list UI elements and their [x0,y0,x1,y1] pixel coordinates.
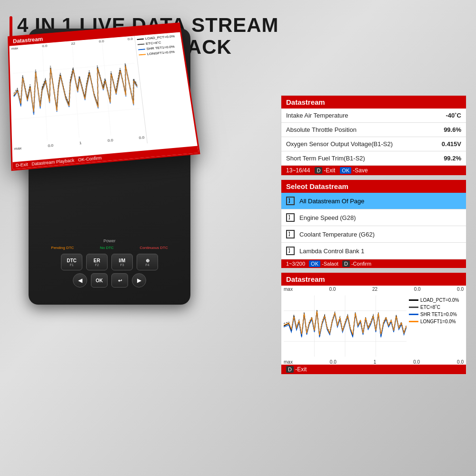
graph-exit-btn[interactable]: D -Exit [281,365,466,374]
row2-label: Absolute Throttle Position [281,123,429,137]
f4-label: ⊕ [146,258,149,263]
legend-label-etc: ETC=8˚C [420,305,440,310]
legend-color-load [409,299,418,301]
im-sub: F3 [120,263,124,267]
datastream-footer: 13~16/44 D -Exit OK -Save [281,166,466,175]
select-item-label: Engine Speed (G28) [299,214,356,221]
dtc-button[interactable]: DTC F1 [61,254,82,270]
exit-key-graph: D [286,366,294,373]
left-button[interactable]: ◀ [73,273,87,288]
save-btn[interactable]: OK -Save [340,167,367,174]
svg-line-9 [42,49,47,141]
checkbox-all[interactable]: 】 [286,197,295,205]
graph-top-labels: max 0.0 22 0.0 0.0 [281,286,466,293]
btn-row-2: ◀ OK ↩ ▶ [38,273,181,288]
tilted-card: Datastream max0.0220.00.0 max0.010.00.0 [8,22,200,171]
legend-color-shr [409,314,418,315]
legend-item-etc: ETC=8˚C [409,305,461,310]
back-button[interactable]: ↩ [111,273,128,288]
select-item-lambda[interactable]: 】 Lambda Control Bank 1 [281,243,466,259]
select-panel-header: Seleot Datastream [281,180,466,193]
right-panels: Datastream Intake Air Temperature -40˚C … [281,95,466,375]
datastream-panel-header: Datastream [281,96,466,109]
checkbox-engine[interactable]: 】 [286,213,295,222]
row1-value: -40˚C [429,109,466,123]
checkbox-lambda[interactable]: 】 [286,247,295,255]
row3-label: Oxygen Sensor Output Voltage(B1-S2) [281,137,429,151]
tilted-svg [10,41,146,144]
legend-item-longft: LONGFT1=0.0% [409,319,461,324]
row3-value: 0.415V [429,137,466,151]
continuous-dtc-label: Continuous DTC [140,246,168,250]
f4-sub: F4 [145,263,149,267]
legend-color-etc [409,307,418,308]
graph-legend: LOAD_PCT=0.0% ETC=8˚C SHR TET1=0.0% LONG… [407,295,464,357]
row4-value: 99.2% [429,151,466,166]
er-button[interactable]: ER F2 [86,254,108,270]
select-item-label: Lambda Control Bank 1 [299,248,365,255]
legend-item-shr: SHR TET1=0.0% [409,312,461,317]
f4-button[interactable]: ⊕ F4 [137,254,158,270]
dtc-sub: F1 [69,263,73,267]
btn-row-1: DTC F1 ER F2 I/M F3 ⊕ F4 [38,254,181,270]
select-range: 1~3/200 [286,261,305,267]
legend-color-longft [409,321,418,322]
ok-button[interactable]: OK [91,273,108,288]
exit-btn[interactable]: D -Exit [315,167,335,174]
ok-key: OK [309,260,320,267]
exit-label-graph: -Exit [295,366,307,373]
exit-key: D [315,167,322,174]
table-row: Oxygen Sensor Output Voltage(B1-S2) 0.41… [281,137,466,151]
table-row: Intake Air Temperature -40˚C [281,109,466,123]
device-buttons: Power Pending DTC No DTC Continuous DTC … [38,238,181,290]
footer-range: 13~16/44 [286,167,310,174]
checkbox-coolant[interactable]: 】 [286,230,295,238]
datastream-panel: Datastream Intake Air Temperature -40˚C … [281,95,466,176]
svg-line-10 [72,47,79,138]
im-button[interactable]: I/M F3 [111,254,133,270]
no-dtc-label: No DTC [100,246,114,250]
exit-label: -Exit [324,167,335,174]
datastream-table: Intake Air Temperature -40˚C Absolute Th… [281,109,466,166]
select-item-label: Coolant Temperature (G62) [299,231,375,238]
select-ok-btn[interactable]: OK -Salaot [309,261,338,267]
select-item-engine[interactable]: 】 Engine Speed (G28) [281,209,466,226]
select-item-label: All Datastream Of Page [299,198,365,205]
confirm-key: D [342,260,350,267]
row2-value: 99.6% [429,123,466,137]
graph-bottom-labels: max 0.0 1 0.0 0.0 [281,359,466,365]
select-item-all[interactable]: 】 All Datastream Of Page [281,193,466,209]
legend-item-load: LOAD_PCT=0.0% [409,298,461,303]
graph-panel: Datastream max 0.0 22 0.0 0.0 [281,272,466,375]
select-datastream-panel: Seleot Datastream 】 All Datastream Of Pa… [281,179,466,268]
status-row: Pending DTC No DTC Continuous DTC [38,246,181,250]
er-label: ER [94,258,100,263]
graph-content: LOAD_PCT=0.0% ETC=8˚C SHR TET1=0.0% LONG… [281,293,466,359]
table-row: Absolute Throttle Position 99.6% [281,123,466,137]
select-item-coolant[interactable]: 】 Coolant Temperature (G62) [281,226,466,243]
row1-label: Intake Air Temperature [281,109,429,123]
legend-label-longft: LONGFT1=0.0% [420,319,456,324]
power-label: Power [38,238,181,243]
table-row: Short Term Fuel Trim(B1-S2) 99.2% [281,151,466,166]
tilted-graph-area: max0.0220.00.0 max0.010.00.0 [10,36,148,155]
graph-svg [284,295,407,357]
row4-label: Short Term Fuel Trim(B1-S2) [281,151,429,166]
graph-area [284,295,407,357]
save-label: -Save [353,167,367,174]
legend-label-shr: SHR TET1=0.0% [420,312,457,317]
pending-dtc-label: Pending DTC [51,246,74,250]
graph-panel-header: Datastream [281,273,466,286]
right-button[interactable]: ▶ [132,273,146,288]
legend-label-load: LOAD_PCT=0.0% [420,298,459,303]
save-key: OK [340,167,351,174]
select-footer: 1~3/200 OK -Salaot D -Confirm [281,259,466,268]
im-label: I/M [119,258,126,263]
er-sub: F2 [95,263,99,267]
select-confirm-btn[interactable]: D -Confirm [342,261,371,267]
dtc-label: DTC [67,258,77,263]
